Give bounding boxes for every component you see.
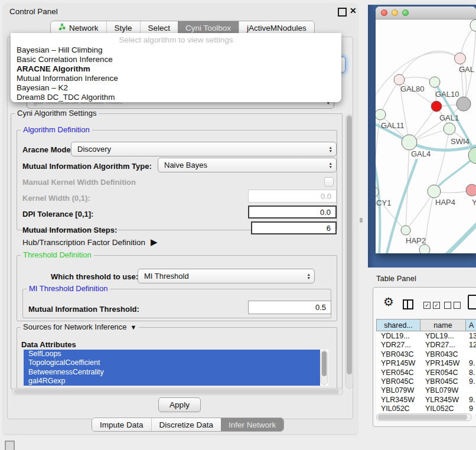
new-table-icon[interactable] bbox=[468, 295, 476, 309]
table-cell[interactable]: 13 bbox=[466, 332, 476, 341]
tab-select[interactable]: Select bbox=[140, 21, 178, 34]
table-cell[interactable]: 9 bbox=[466, 405, 476, 413]
tab-style[interactable]: Style bbox=[106, 21, 140, 34]
table-cell[interactable] bbox=[466, 386, 476, 395]
scrollbar-thumb[interactable] bbox=[347, 116, 352, 374]
unselect-all-columns-icon[interactable] bbox=[444, 302, 461, 309]
table-cell[interactable]: YBR043C bbox=[376, 350, 420, 359]
close-traffic-light[interactable] bbox=[381, 9, 387, 16]
zoom-traffic-light[interactable] bbox=[402, 9, 409, 16]
algorithm-option[interactable]: ARACNE Algorithm bbox=[11, 64, 341, 74]
scrollbar-thumb[interactable] bbox=[14, 389, 339, 394]
mi-steps-field[interactable]: 6 bbox=[251, 221, 337, 234]
column-header[interactable]: shared... bbox=[376, 319, 420, 331]
attribute-item[interactable]: gal4RGexp bbox=[24, 377, 320, 386]
table-row[interactable]: YDR27...YDR27...12 bbox=[376, 341, 476, 350]
network-node[interactable] bbox=[394, 74, 405, 85]
tab-jactivemnodules[interactable]: jActiveMNodules bbox=[239, 21, 314, 34]
network-node[interactable] bbox=[376, 109, 386, 120]
table-cell[interactable]: YIL052C bbox=[420, 405, 466, 413]
table-cell[interactable]: YLR345W bbox=[376, 396, 420, 405]
attribute-item[interactable]: TopologicalCoefficient bbox=[24, 358, 320, 367]
kernel-width-field[interactable]: 0.0 bbox=[248, 190, 337, 203]
network-edge[interactable] bbox=[425, 191, 434, 250]
network-window-titlebar[interactable] bbox=[376, 6, 476, 19]
minimize-traffic-light[interactable] bbox=[392, 9, 398, 16]
column-header[interactable]: name bbox=[420, 319, 466, 331]
algorithm-option[interactable]: Dream8 DC_TDC Algorithm bbox=[11, 93, 341, 102]
table-row[interactable]: YBR045CYBR045C9. bbox=[376, 377, 476, 386]
table-cell[interactable]: YER054C bbox=[420, 369, 466, 377]
hub-definition-expander[interactable]: Hub/Transcription Factor Definition ▶ bbox=[22, 237, 158, 247]
network-edge[interactable] bbox=[399, 51, 460, 80]
table-row[interactable]: YBL079WYBL079W bbox=[376, 386, 476, 395]
apply-button[interactable]: Apply bbox=[158, 397, 201, 412]
table-row[interactable]: YLR345WYLR345W9. bbox=[376, 396, 476, 405]
table-row[interactable]: YIL052CYIL052C9 bbox=[376, 405, 476, 413]
tab-cyni-toolbox[interactable]: Cyni Toolbox bbox=[178, 21, 239, 34]
network-node[interactable] bbox=[401, 226, 410, 235]
network-node[interactable] bbox=[455, 53, 466, 64]
table-cell[interactable]: 9. bbox=[466, 396, 476, 405]
table-cell[interactable]: 12 bbox=[466, 341, 476, 350]
algorithm-option[interactable]: Basic Correlation Inference bbox=[11, 55, 341, 64]
table-cell[interactable]: YDL19... bbox=[420, 332, 466, 341]
table-cell[interactable]: YPR145W bbox=[420, 359, 466, 368]
table-cell[interactable]: YDR27... bbox=[376, 341, 420, 350]
network-node[interactable] bbox=[457, 97, 471, 111]
table-row[interactable]: YBR043CYBR043C bbox=[376, 350, 476, 359]
table-cell[interactable]: YLR345W bbox=[420, 396, 466, 405]
mi-threshold-field[interactable]: 0.5 bbox=[248, 301, 331, 314]
settings-vertical-scrollbar[interactable] bbox=[345, 114, 353, 389]
network-node[interactable] bbox=[470, 19, 476, 31]
table-cell[interactable]: 9. bbox=[466, 359, 476, 368]
table-cell[interactable]: YIL052C bbox=[376, 405, 420, 413]
gear-icon[interactable]: ⚙ bbox=[383, 296, 394, 308]
network-node[interactable] bbox=[419, 244, 430, 253]
algorithm-option[interactable]: Mutual Information Inference bbox=[11, 74, 341, 83]
table-cell[interactable] bbox=[466, 350, 476, 359]
close-icon[interactable]: ✕ bbox=[350, 6, 357, 15]
aracne-mode-combobox[interactable]: Discovery ▲▼ bbox=[71, 142, 337, 156]
collapse-arrow-icon[interactable]: ▼ bbox=[131, 324, 137, 331]
table-horizontal-scrollbar[interactable] bbox=[376, 413, 472, 421]
attribute-item[interactable]: SelfLoops bbox=[24, 350, 320, 358]
table-row[interactable]: YER054CYER054C8. bbox=[376, 369, 476, 377]
float-window-icon[interactable] bbox=[338, 8, 347, 17]
window-resize-grip[interactable] bbox=[5, 441, 15, 450]
network-node[interactable] bbox=[466, 184, 476, 196]
network-node[interactable] bbox=[428, 185, 441, 198]
list-scrollbar[interactable] bbox=[321, 350, 328, 385]
dpi-tolerance-field[interactable]: 0.0 bbox=[248, 206, 337, 219]
which-threshold-combobox[interactable]: MI Threshold ▲▼ bbox=[138, 269, 315, 283]
panel-splitter-grip[interactable] bbox=[360, 218, 363, 223]
table-row[interactable]: YDL19...YDL19...13 bbox=[376, 332, 476, 341]
network-canvas[interactable]: GALGAL80GAL10GAL11GAL1SWI4GAL4GCY1HAP4YH… bbox=[376, 19, 476, 253]
algorithm-option[interactable]: Bayesian – Hill Climbing bbox=[11, 45, 341, 55]
show-columns-icon[interactable] bbox=[403, 299, 413, 309]
tab-network[interactable]: Network bbox=[51, 21, 106, 34]
table-cell[interactable]: YDL19... bbox=[376, 332, 420, 341]
table-cell[interactable]: YBL079W bbox=[376, 386, 420, 395]
mi-algorithm-type-combobox[interactable]: Naive Bayes ▲▼ bbox=[158, 158, 337, 172]
table-cell[interactable]: 8. bbox=[466, 369, 476, 377]
table-cell[interactable]: YBL079W bbox=[420, 386, 466, 395]
table-row[interactable]: YPR145WYPR145W9. bbox=[376, 359, 476, 368]
table-cell[interactable]: YBR043C bbox=[420, 350, 466, 359]
table-cell[interactable]: 9. bbox=[466, 377, 476, 386]
network-edge[interactable] bbox=[445, 219, 476, 253]
scrollbar-thumb[interactable] bbox=[322, 351, 327, 376]
table-cell[interactable]: YPR145W bbox=[376, 359, 420, 368]
select-all-columns-icon[interactable]: ✓✓ bbox=[423, 302, 440, 309]
network-node[interactable] bbox=[429, 77, 440, 87]
table-cell[interactable]: YDR27... bbox=[420, 341, 466, 350]
network-node[interactable] bbox=[402, 135, 417, 150]
settings-horizontal-scrollbar[interactable] bbox=[12, 388, 343, 395]
scrollbar-thumb[interactable] bbox=[378, 415, 467, 420]
column-header[interactable]: A bbox=[466, 319, 476, 331]
table-cell[interactable]: YBR045C bbox=[376, 377, 420, 386]
tab-discretize-data[interactable]: Discretize Data bbox=[151, 418, 221, 431]
tab-impute-data[interactable]: Impute Data bbox=[92, 418, 151, 431]
algorithm-option[interactable]: Bayesian – K2 bbox=[11, 83, 341, 93]
attribute-item[interactable]: BetweennessCentrality bbox=[24, 368, 320, 377]
